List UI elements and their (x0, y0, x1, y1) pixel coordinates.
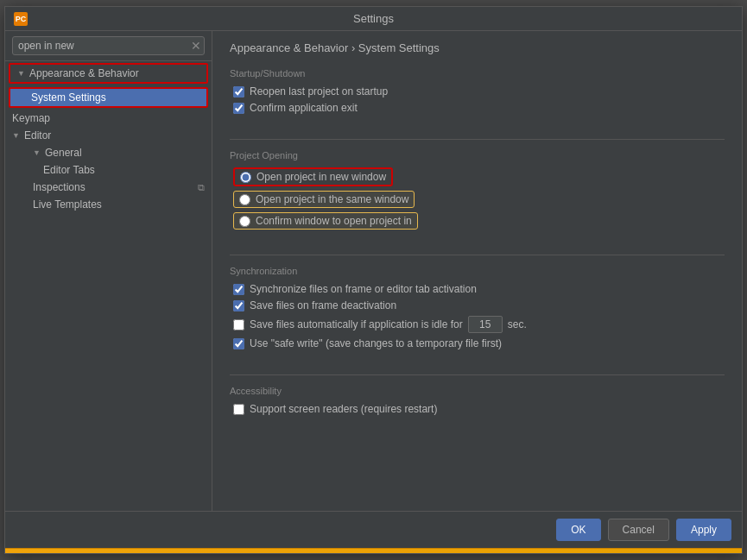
sidebar-label-appearance: Appearance & Behavior (29, 67, 139, 79)
search-clear-icon[interactable]: ✕ (191, 40, 201, 52)
save-idle-label: Save files automatically if application … (250, 318, 463, 330)
sync-files-label: Synchronize files on frame or editor tab… (250, 283, 477, 295)
collapse-icon: ▼ (17, 69, 26, 78)
synchronization-label: Synchronization (230, 266, 725, 276)
settings-dialog: PC Settings open in new ✕ ▼ Appearance &… (4, 6, 743, 554)
safe-write-label: Use "safe write" (save changes to a temp… (250, 337, 502, 349)
cancel-button[interactable]: Cancel (608, 519, 669, 541)
sidebar: open in new ✕ ▼ Appearance & Behavior Sy… (5, 31, 212, 511)
startup-shutdown-label: Startup/Shutdown (230, 68, 725, 79)
bottom-status-bar (5, 548, 742, 553)
sidebar-item-system-settings[interactable]: System Settings (9, 87, 208, 108)
safe-write-checkbox[interactable] (233, 338, 244, 349)
sidebar-label-live-templates: Live Templates (33, 198, 102, 211)
divider-1 (230, 139, 725, 140)
same-window-row: Open project in the same window (230, 191, 725, 208)
copy-icon: ⧉ (198, 182, 205, 193)
sidebar-label-editor: Editor (24, 129, 51, 142)
collapse-icon-editor: ▼ (12, 131, 21, 140)
same-window-highlight: Open project in the same window (233, 191, 415, 208)
idle-seconds-input[interactable] (468, 316, 503, 333)
main-content: open in new ✕ ▼ Appearance & Behavior Sy… (5, 31, 742, 511)
sidebar-item-editor[interactable]: ▼ Editor (5, 127, 212, 144)
search-wrapper: open in new ✕ (12, 36, 205, 55)
sidebar-item-live-templates[interactable]: Live Templates (5, 196, 212, 213)
save-deactivation-row: Save files on frame deactivation (230, 299, 725, 311)
new-window-radio[interactable] (240, 172, 251, 183)
confirm-window-row: Confirm window to open project in (230, 212, 725, 230)
sidebar-label-editor-tabs: Editor Tabs (43, 164, 95, 176)
confirm-exit-label: Confirm application exit (250, 102, 358, 114)
new-window-highlight: Open project in new window (233, 167, 393, 186)
app-icon: PC (14, 12, 28, 26)
same-window-radio[interactable] (239, 194, 250, 205)
sidebar-label-inspections: Inspections (33, 181, 85, 193)
save-idle-row: Save files automatically if application … (230, 316, 725, 333)
confirm-window-radio[interactable] (239, 216, 250, 227)
reopen-checkbox[interactable] (233, 86, 244, 98)
new-window-row: Open project in new window (230, 167, 725, 186)
confirm-window-highlight: Confirm window to open project in (233, 212, 418, 230)
save-deactivation-label: Save files on frame deactivation (250, 299, 396, 311)
title-bar: PC Settings (5, 7, 742, 31)
reopen-row: Reopen last project on startup (230, 85, 725, 98)
startup-shutdown-section: Startup/Shutdown Reopen last project on … (230, 65, 725, 118)
apply-button[interactable]: Apply (676, 519, 731, 541)
sidebar-item-general[interactable]: ▼ General (5, 144, 212, 161)
accessibility-section: Accessibility Support screen readers (re… (230, 382, 725, 419)
search-container: open in new ✕ (5, 31, 212, 61)
breadcrumb: Appearance & Behavior › System Settings (230, 41, 725, 54)
sync-files-row: Synchronize files on frame or editor tab… (230, 283, 725, 295)
sidebar-item-inspections[interactable]: Inspections ⧉ (5, 179, 212, 196)
divider-3 (230, 374, 725, 375)
sidebar-item-keymap[interactable]: Keymap (5, 110, 212, 127)
sidebar-label-general: General (45, 147, 82, 159)
new-window-label: Open project in new window (256, 171, 386, 183)
ok-button[interactable]: OK (556, 519, 600, 541)
reopen-label: Reopen last project on startup (250, 85, 388, 98)
screen-readers-checkbox[interactable] (233, 404, 244, 415)
project-opening-section: Project Opening Open project in new wind… (230, 147, 725, 234)
search-input[interactable]: open in new (12, 36, 205, 55)
divider-2 (230, 255, 725, 255)
idle-suffix: sec. (508, 318, 527, 330)
sidebar-item-appearance-behavior[interactable]: ▼ Appearance & Behavior (9, 63, 208, 84)
project-opening-label: Project Opening (230, 150, 725, 160)
confirm-window-label: Confirm window to open project in (256, 215, 412, 227)
sidebar-label-keymap: Keymap (12, 112, 50, 124)
save-deactivation-checkbox[interactable] (233, 300, 244, 311)
safe-write-row: Use "safe write" (save changes to a temp… (230, 337, 725, 349)
confirm-exit-checkbox[interactable] (233, 103, 244, 114)
sync-files-checkbox[interactable] (233, 284, 244, 295)
confirm-exit-row: Confirm application exit (230, 102, 725, 114)
sidebar-item-editor-tabs[interactable]: Editor Tabs (5, 161, 212, 179)
dialog-title: Settings (353, 12, 394, 25)
collapse-icon-general: ▼ (33, 148, 41, 157)
screen-readers-row: Support screen readers (requires restart… (230, 403, 725, 415)
synchronization-section: Synchronization Synchronize files on fra… (230, 262, 725, 354)
save-idle-checkbox[interactable] (233, 319, 244, 330)
content-area: Appearance & Behavior › System Settings … (212, 31, 742, 511)
sidebar-label-system-settings: System Settings (31, 91, 106, 104)
accessibility-label: Accessibility (230, 386, 725, 396)
footer: OK Cancel Apply (5, 511, 742, 548)
screen-readers-label: Support screen readers (requires restart… (250, 403, 437, 415)
same-window-label: Open project in the same window (256, 193, 408, 205)
